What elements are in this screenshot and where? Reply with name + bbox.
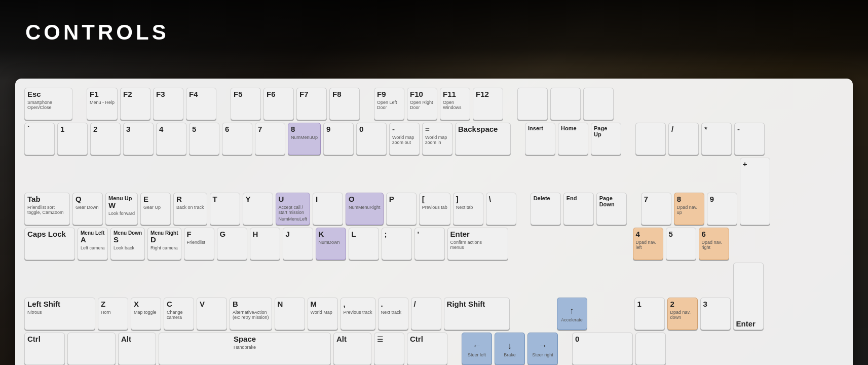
key-lbracket[interactable]: [ Previous tab (419, 193, 450, 225)
key-c[interactable]: C Changecamera (164, 298, 194, 330)
key-insert[interactable]: Insert (525, 123, 555, 155)
key-semicolon[interactable]: ; (382, 228, 412, 260)
key-p[interactable]: P (386, 193, 417, 225)
key-num5[interactable]: 5 (666, 228, 696, 260)
key-num0[interactable]: 0 (572, 333, 633, 365)
key-x[interactable]: X Map toggle (131, 298, 161, 330)
key-r[interactable]: R Back on track (173, 193, 207, 225)
key-numenter[interactable]: Enter (733, 263, 764, 330)
key-numminus[interactable]: - (734, 123, 765, 155)
key-0[interactable]: 0 (356, 123, 387, 155)
key-up[interactable]: ↑ Accelerate (557, 298, 587, 330)
key-rightshift[interactable]: Right Shift (444, 298, 510, 330)
key-j[interactable]: J (283, 228, 313, 260)
key-f6[interactable]: F6 (263, 88, 294, 120)
key-capslock[interactable]: Caps Lock (24, 228, 75, 260)
key-home[interactable]: Home (558, 123, 588, 155)
key-backtick[interactable]: ` (24, 123, 55, 155)
key-numlock[interactable] (635, 123, 666, 155)
key-rbracket[interactable]: ] Next tab (453, 193, 483, 225)
key-s[interactable]: Menu Down S Look back (110, 228, 145, 260)
key-backspace[interactable]: Backspace (455, 123, 511, 155)
key-minus[interactable]: - World mapzoom out (389, 123, 420, 155)
key-q[interactable]: Q Gear Down (72, 193, 103, 225)
key-w[interactable]: Menu Up W Look forward (105, 193, 138, 225)
key-backslash[interactable]: \ (486, 193, 516, 225)
key-1[interactable]: 1 (57, 123, 88, 155)
key-rightctrl[interactable]: Ctrl (407, 333, 447, 365)
key-leftctrl[interactable]: Ctrl (24, 333, 65, 365)
key-h[interactable]: H (250, 228, 280, 260)
key-o[interactable]: O NumMenuRight (346, 193, 384, 225)
key-leftshift[interactable]: Left Shift Nitrous (24, 298, 95, 330)
key-comma[interactable]: , Previous track (341, 298, 375, 330)
key-a[interactable]: Menu Left A Left camera (78, 228, 108, 260)
key-numslash[interactable]: / (668, 123, 699, 155)
key-end[interactable]: End (563, 193, 594, 225)
key-f5[interactable]: F5 (231, 88, 261, 120)
key-num6[interactable]: 6 Dpad nav.right (699, 228, 729, 260)
key-z[interactable]: Z Horn (98, 298, 128, 330)
key-2[interactable]: 2 (90, 123, 121, 155)
key-7[interactable]: 7 (255, 123, 285, 155)
key-9[interactable]: 9 (323, 123, 354, 155)
key-3[interactable]: 3 (123, 123, 154, 155)
key-v[interactable]: V (197, 298, 227, 330)
key-pagedown[interactable]: PageDown (596, 193, 627, 225)
key-leftwin[interactable] (67, 333, 116, 365)
key-u[interactable]: U Accept call /start mission NumMenuLeft (276, 193, 311, 225)
key-n[interactable]: N (275, 298, 305, 330)
key-rightalt[interactable]: Alt (333, 333, 371, 365)
key-5[interactable]: 5 (189, 123, 219, 155)
key-f11[interactable]: F11 OpenWindows (440, 88, 470, 120)
key-num1[interactable]: 1 (634, 298, 665, 330)
key-pause[interactable] (583, 88, 614, 120)
key-g[interactable]: G (217, 228, 247, 260)
key-enter[interactable]: Enter Confirm actionsmenus (447, 228, 508, 260)
key-f3[interactable]: F3 (153, 88, 183, 120)
key-delete[interactable]: Delete (531, 193, 561, 225)
key-num2[interactable]: 2 Dpad nav.down (667, 298, 698, 330)
key-quote[interactable]: ' (414, 228, 445, 260)
key-space[interactable]: Space Handbrake (159, 333, 331, 365)
key-f2[interactable]: F2 (120, 88, 150, 120)
key-menu[interactable]: ☰ (374, 333, 404, 365)
key-k[interactable]: K NumDown (316, 228, 346, 260)
key-prtsc[interactable] (517, 88, 548, 120)
key-l[interactable]: L (349, 228, 379, 260)
key-left[interactable]: ← Steer left (462, 333, 492, 365)
key-f4[interactable]: F4 (186, 88, 216, 120)
key-f12[interactable]: F12 (473, 88, 503, 120)
key-numstar[interactable]: * (701, 123, 732, 155)
key-m[interactable]: M World Map (308, 298, 338, 330)
key-numdot[interactable] (635, 333, 666, 365)
key-f7[interactable]: F7 (296, 88, 327, 120)
key-6[interactable]: 6 (222, 123, 252, 155)
key-num3[interactable]: 3 (700, 298, 731, 330)
key-equals[interactable]: = World mapzoom in (422, 123, 452, 155)
key-num8[interactable]: 8 Dpad nav.up (674, 193, 704, 225)
key-num9[interactable]: 9 (707, 193, 737, 225)
key-f[interactable]: F Friendlist (184, 228, 214, 260)
key-b[interactable]: B AlternativeAction(ex: retry mission) (230, 298, 272, 330)
key-right[interactable]: → Steer right (527, 333, 558, 365)
key-down[interactable]: ↓ Brake (495, 333, 525, 365)
key-y[interactable]: Y (243, 193, 273, 225)
key-leftalt[interactable]: Alt (118, 333, 156, 365)
key-f1[interactable]: F1 Menu - Help (87, 88, 118, 120)
key-pageup[interactable]: PageUp (591, 123, 621, 155)
key-i[interactable]: I (313, 193, 343, 225)
key-t[interactable]: T (210, 193, 240, 225)
key-scroll[interactable] (550, 88, 581, 120)
key-8[interactable]: 8 NumMenuUp (288, 123, 321, 155)
key-e[interactable]: E Gear Up (140, 193, 171, 225)
key-f10[interactable]: F10 Open RightDoor (407, 88, 437, 120)
key-period[interactable]: . Next track (378, 298, 408, 330)
key-num7[interactable]: 7 (641, 193, 671, 225)
key-f9[interactable]: F9 Open LeftDoor (374, 88, 404, 120)
key-tab[interactable]: Tab Friendlist sorttoggle, CamZoom (24, 193, 70, 225)
key-esc[interactable]: Esc SmartphoneOpen/Close (24, 88, 72, 120)
key-numplus[interactable]: + (740, 158, 770, 225)
key-d[interactable]: Menu Right D Right camera (147, 228, 181, 260)
key-4[interactable]: 4 (156, 123, 186, 155)
